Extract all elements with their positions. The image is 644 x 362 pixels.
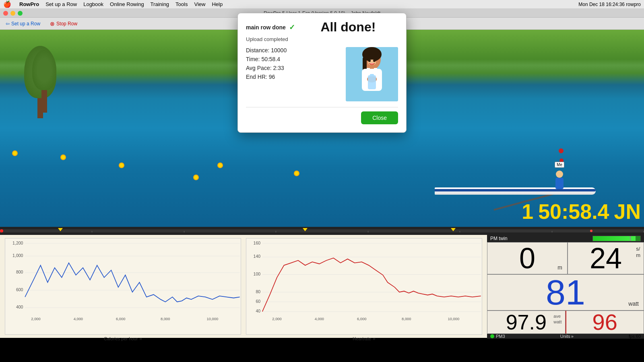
charts-panel: 1,200 1,000 800 600 400 2,000 4,000 bbox=[0, 235, 487, 338]
pm-label: PM twin bbox=[490, 236, 508, 241]
modal-end-hr: End HR: 96 bbox=[246, 74, 339, 80]
me-label: Me bbox=[555, 162, 564, 168]
hud-time: 50:58.4 bbox=[538, 200, 609, 224]
menu-bar: 🍎 RowPro Set up a Row Logbook Online Row… bbox=[0, 0, 644, 9]
menu-setup[interactable]: Set up a Row bbox=[45, 1, 77, 7]
boat-stripe bbox=[435, 189, 596, 191]
svg-rect-40 bbox=[368, 75, 376, 89]
menu-training[interactable]: Training bbox=[151, 1, 169, 7]
svg-text:10,000: 10,000 bbox=[448, 317, 459, 321]
modal-stats: Distance: 10000 Time: 50:58.4 Avg Pace: … bbox=[246, 47, 339, 101]
pm-panel: PM twin 0 m 24 s/m 81 watt bbox=[487, 235, 644, 338]
stop-icon: ⊗ bbox=[50, 21, 55, 27]
boat-container: Me bbox=[435, 187, 596, 195]
window-controls bbox=[3, 11, 23, 16]
svg-text:8,000: 8,000 bbox=[402, 317, 411, 321]
svg-text:6,000: 6,000 bbox=[116, 317, 125, 321]
svg-text:600: 600 bbox=[16, 287, 23, 292]
pm-header: PM twin bbox=[487, 235, 644, 242]
heartrate-chart-arrow[interactable]: » bbox=[373, 336, 376, 341]
menu-logbook[interactable]: Logbook bbox=[83, 1, 103, 7]
menu-tools[interactable]: Tools bbox=[175, 1, 188, 7]
modal-title: All done! bbox=[298, 20, 398, 35]
modal-photo bbox=[346, 47, 398, 101]
pm-bar-marker bbox=[630, 236, 631, 241]
stop-row-button[interactable]: ⊗ Stop Row bbox=[47, 20, 80, 28]
datetime-display: Mon Dec 18 16:24:36 rowpro bbox=[578, 2, 641, 7]
pm-distance-metric: 0 m bbox=[487, 242, 568, 274]
close-button[interactable] bbox=[3, 11, 8, 16]
svg-text:10,000: 10,000 bbox=[206, 317, 218, 321]
completion-modal[interactable]: main row done ✓ All done! Upload complet… bbox=[237, 13, 407, 133]
pm-green-bar bbox=[592, 236, 641, 241]
calories-chart-svg: 1,200 1,000 800 600 400 2,000 4,000 bbox=[5, 239, 241, 326]
pm-watt-metric: 81 watt bbox=[487, 274, 644, 311]
svg-text:4,000: 4,000 bbox=[315, 317, 324, 321]
pm-watt-value: 81 bbox=[546, 275, 585, 310]
apple-icon[interactable]: 🍎 bbox=[3, 0, 11, 8]
modal-top-row: main row done ✓ All done! bbox=[246, 20, 398, 35]
heartrate-chart-svg: 160 140 100 80 60 40 2,000 bbox=[246, 239, 482, 326]
hud-initials: JN bbox=[614, 200, 641, 224]
modal-upload-text: Upload completed bbox=[246, 36, 398, 42]
svg-text:100: 100 bbox=[254, 272, 261, 276]
menu-right: Mon Dec 18 16:24:36 rowpro bbox=[578, 2, 641, 7]
modal-status-text: main row done bbox=[246, 24, 286, 31]
rower-head bbox=[556, 171, 563, 178]
minimize-button[interactable] bbox=[10, 11, 15, 16]
buoy-3 bbox=[119, 162, 124, 168]
pm-spm-value: 24 bbox=[590, 244, 622, 273]
setup-row-button[interactable]: ⇦ Set up a Row bbox=[3, 20, 43, 27]
menu-app[interactable]: RowPro bbox=[19, 1, 39, 7]
svg-text:400: 400 bbox=[16, 304, 23, 309]
tree-trunk-r bbox=[41, 88, 47, 113]
modal-distance: Distance: 10000 bbox=[246, 47, 339, 53]
menu-online-rowing[interactable]: Online Rowing bbox=[110, 1, 144, 7]
svg-point-44 bbox=[373, 60, 376, 62]
setup-icon: ⇦ bbox=[6, 21, 10, 27]
modal-body: Distance: 10000 Time: 50:58.4 Avg Pace: … bbox=[246, 47, 398, 101]
buoy-2 bbox=[60, 154, 66, 160]
rower: Me bbox=[555, 171, 564, 189]
pm-ave-watt-label: avewatt bbox=[553, 313, 561, 325]
pm3-label: PM3 bbox=[496, 334, 505, 339]
race-progress-bar bbox=[0, 227, 644, 235]
buoy-6 bbox=[294, 171, 299, 176]
svg-text:8,000: 8,000 bbox=[161, 317, 170, 321]
pm-distance-unit: m bbox=[557, 264, 562, 271]
pm-spm-unit: s/m bbox=[636, 246, 640, 258]
units-button[interactable]: Units » bbox=[560, 334, 574, 339]
calories-chart-arrow[interactable]: » bbox=[139, 336, 142, 341]
fps-display: fps:60 bbox=[629, 334, 641, 339]
buoy-1 bbox=[12, 150, 18, 156]
bottom-panels: 1,200 1,000 800 600 400 2,000 4,000 bbox=[0, 235, 644, 338]
hud-rank: 1 bbox=[522, 200, 533, 224]
modal-divider bbox=[246, 107, 398, 107]
svg-text:2,000: 2,000 bbox=[272, 317, 281, 321]
close-button[interactable]: Close bbox=[361, 111, 398, 124]
modal-avg-pace: Avg Pace: 2:33 bbox=[246, 65, 339, 71]
boat-hull bbox=[435, 187, 596, 195]
pm-ave-watt-value: 97.9 bbox=[506, 312, 547, 333]
pm-distance-value: 0 bbox=[519, 244, 535, 273]
svg-rect-37 bbox=[367, 68, 370, 76]
buoy-red-1 bbox=[559, 148, 564, 153]
menu-help[interactable]: Help bbox=[212, 1, 223, 7]
pm-spm-metric: 24 s/m bbox=[568, 242, 644, 274]
pm-footer: PM3 Units » fps:60 bbox=[487, 334, 644, 339]
pm3-dot bbox=[490, 334, 494, 338]
modal-content: main row done ✓ All done! Upload complet… bbox=[238, 13, 406, 132]
pm3-indicator: PM3 bbox=[490, 334, 505, 339]
units-arrow: » bbox=[571, 334, 574, 339]
menu-view[interactable]: View bbox=[194, 1, 205, 7]
svg-text:800: 800 bbox=[16, 269, 23, 274]
tree-right bbox=[32, 50, 56, 110]
svg-text:140: 140 bbox=[254, 254, 261, 259]
svg-rect-38 bbox=[374, 68, 377, 76]
svg-text:1,000: 1,000 bbox=[12, 253, 23, 258]
modal-time: Time: 50:58.4 bbox=[246, 56, 339, 62]
maximize-button[interactable] bbox=[18, 11, 23, 16]
calories-chart: 1,200 1,000 800 600 400 2,000 4,000 bbox=[5, 238, 241, 335]
modal-checkmark: ✓ bbox=[289, 23, 295, 32]
pm-bottom-row: 97.9 avewatt 96 bbox=[487, 311, 644, 334]
